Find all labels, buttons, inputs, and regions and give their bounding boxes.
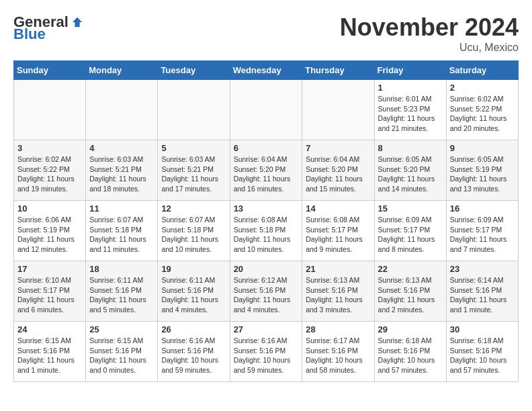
calendar-cell: 11Sunrise: 6:07 AMSunset: 5:18 PMDayligh… <box>86 201 158 261</box>
calendar-cell: 25Sunrise: 6:15 AMSunset: 5:16 PMDayligh… <box>86 322 158 382</box>
calendar-cell: 22Sunrise: 6:13 AMSunset: 5:16 PMDayligh… <box>374 261 446 322</box>
calendar-cell: 1Sunrise: 6:01 AMSunset: 5:23 PMDaylight… <box>374 80 446 140</box>
logo-icon <box>71 16 83 28</box>
calendar-week-row: 17Sunrise: 6:10 AMSunset: 5:17 PMDayligh… <box>14 261 519 322</box>
day-number: 24 <box>17 324 82 334</box>
day-info: Sunrise: 6:04 AMSunset: 5:20 PMDaylight:… <box>234 154 299 194</box>
day-number: 21 <box>306 264 370 274</box>
day-number: 23 <box>450 264 515 274</box>
day-number: 5 <box>161 143 226 153</box>
day-info: Sunrise: 6:09 AMSunset: 5:17 PMDaylight:… <box>378 215 443 255</box>
calendar-cell: 24Sunrise: 6:15 AMSunset: 5:16 PMDayligh… <box>14 322 86 382</box>
calendar-week-row: 24Sunrise: 6:15 AMSunset: 5:16 PMDayligh… <box>14 322 519 382</box>
title-area: November 2024 Ucu, Mexico <box>340 13 519 54</box>
day-number: 13 <box>234 203 299 214</box>
day-number: 1 <box>378 83 443 93</box>
day-number: 6 <box>234 143 299 153</box>
calendar-cell: 28Sunrise: 6:17 AMSunset: 5:16 PMDayligh… <box>302 322 374 382</box>
day-number: 15 <box>378 203 443 214</box>
calendar-cell: 19Sunrise: 6:11 AMSunset: 5:16 PMDayligh… <box>158 261 230 322</box>
logo-blue-text: Blue <box>13 26 46 43</box>
day-info: Sunrise: 6:13 AMSunset: 5:16 PMDaylight:… <box>306 275 370 315</box>
calendar-cell: 26Sunrise: 6:16 AMSunset: 5:16 PMDayligh… <box>158 322 230 382</box>
calendar-header-friday: Friday <box>374 61 446 80</box>
calendar-cell: 10Sunrise: 6:06 AMSunset: 5:19 PMDayligh… <box>14 201 86 261</box>
calendar-header-wednesday: Wednesday <box>230 61 302 80</box>
calendar-header-saturday: Saturday <box>446 61 518 80</box>
day-number: 27 <box>234 324 299 334</box>
day-number: 20 <box>234 264 299 274</box>
day-number: 4 <box>89 143 154 153</box>
calendar-cell <box>14 80 86 140</box>
svg-marker-0 <box>73 17 82 27</box>
day-info: Sunrise: 6:06 AMSunset: 5:19 PMDaylight:… <box>17 215 82 255</box>
calendar-cell: 13Sunrise: 6:08 AMSunset: 5:18 PMDayligh… <box>230 201 302 261</box>
day-number: 30 <box>450 324 515 334</box>
calendar-header-monday: Monday <box>86 61 158 80</box>
calendar-cell: 27Sunrise: 6:16 AMSunset: 5:16 PMDayligh… <box>230 322 302 382</box>
calendar-week-row: 10Sunrise: 6:06 AMSunset: 5:19 PMDayligh… <box>14 201 519 261</box>
calendar-cell: 3Sunrise: 6:02 AMSunset: 5:22 PMDaylight… <box>14 140 86 201</box>
day-info: Sunrise: 6:18 AMSunset: 5:16 PMDaylight:… <box>450 336 515 375</box>
day-number: 9 <box>450 143 515 153</box>
day-number: 16 <box>450 203 515 214</box>
day-info: Sunrise: 6:11 AMSunset: 5:16 PMDaylight:… <box>89 275 154 315</box>
calendar-cell: 23Sunrise: 6:14 AMSunset: 5:16 PMDayligh… <box>446 261 518 322</box>
day-info: Sunrise: 6:10 AMSunset: 5:17 PMDaylight:… <box>17 275 82 315</box>
calendar-cell: 6Sunrise: 6:04 AMSunset: 5:20 PMDaylight… <box>230 140 302 201</box>
day-number: 25 <box>89 324 154 334</box>
day-info: Sunrise: 6:04 AMSunset: 5:20 PMDaylight:… <box>306 154 370 194</box>
day-number: 10 <box>17 203 82 214</box>
day-info: Sunrise: 6:18 AMSunset: 5:16 PMDaylight:… <box>378 336 443 375</box>
day-info: Sunrise: 6:14 AMSunset: 5:16 PMDaylight:… <box>450 275 515 315</box>
day-number: 7 <box>306 143 370 153</box>
calendar-cell: 29Sunrise: 6:18 AMSunset: 5:16 PMDayligh… <box>374 322 446 382</box>
calendar-cell: 15Sunrise: 6:09 AMSunset: 5:17 PMDayligh… <box>374 201 446 261</box>
calendar-cell <box>230 80 302 140</box>
day-info: Sunrise: 6:08 AMSunset: 5:18 PMDaylight:… <box>234 215 299 255</box>
day-number: 17 <box>17 264 82 274</box>
calendar-week-row: 3Sunrise: 6:02 AMSunset: 5:22 PMDaylight… <box>14 140 519 201</box>
day-info: Sunrise: 6:15 AMSunset: 5:16 PMDaylight:… <box>89 336 154 375</box>
calendar-cell: 20Sunrise: 6:12 AMSunset: 5:16 PMDayligh… <box>230 261 302 322</box>
day-number: 11 <box>89 203 154 214</box>
day-info: Sunrise: 6:01 AMSunset: 5:23 PMDaylight:… <box>378 94 443 134</box>
day-info: Sunrise: 6:11 AMSunset: 5:16 PMDaylight:… <box>161 275 226 315</box>
day-info: Sunrise: 6:03 AMSunset: 5:21 PMDaylight:… <box>89 154 154 194</box>
day-info: Sunrise: 6:07 AMSunset: 5:18 PMDaylight:… <box>89 215 154 255</box>
day-number: 28 <box>306 324 370 334</box>
calendar-cell: 12Sunrise: 6:07 AMSunset: 5:18 PMDayligh… <box>158 201 230 261</box>
day-info: Sunrise: 6:09 AMSunset: 5:17 PMDaylight:… <box>450 215 515 255</box>
day-number: 22 <box>378 264 443 274</box>
page-header: General Blue November 2024 Ucu, Mexico <box>13 13 519 54</box>
day-info: Sunrise: 6:02 AMSunset: 5:22 PMDaylight:… <box>17 154 82 194</box>
calendar-cell: 2Sunrise: 6:02 AMSunset: 5:22 PMDaylight… <box>446 80 518 140</box>
calendar-cell: 7Sunrise: 6:04 AMSunset: 5:20 PMDaylight… <box>302 140 374 201</box>
calendar-table: SundayMondayTuesdayWednesdayThursdayFrid… <box>13 60 519 382</box>
calendar-cell: 30Sunrise: 6:18 AMSunset: 5:16 PMDayligh… <box>446 322 518 382</box>
day-number: 18 <box>89 264 154 274</box>
day-info: Sunrise: 6:05 AMSunset: 5:20 PMDaylight:… <box>378 154 443 194</box>
calendar-header-tuesday: Tuesday <box>158 61 230 80</box>
day-info: Sunrise: 6:17 AMSunset: 5:16 PMDaylight:… <box>306 336 370 375</box>
calendar-cell <box>86 80 158 140</box>
calendar-cell: 16Sunrise: 6:09 AMSunset: 5:17 PMDayligh… <box>446 201 518 261</box>
day-number: 2 <box>450 83 515 93</box>
day-info: Sunrise: 6:16 AMSunset: 5:16 PMDaylight:… <box>234 336 299 375</box>
day-info: Sunrise: 6:07 AMSunset: 5:18 PMDaylight:… <box>161 215 226 255</box>
day-info: Sunrise: 6:05 AMSunset: 5:19 PMDaylight:… <box>450 154 515 194</box>
day-number: 19 <box>161 264 226 274</box>
day-info: Sunrise: 6:13 AMSunset: 5:16 PMDaylight:… <box>378 275 443 315</box>
day-number: 3 <box>17 143 82 153</box>
calendar-cell <box>302 80 374 140</box>
calendar-header-sunday: Sunday <box>14 61 86 80</box>
calendar-cell: 14Sunrise: 6:08 AMSunset: 5:17 PMDayligh… <box>302 201 374 261</box>
calendar-cell: 4Sunrise: 6:03 AMSunset: 5:21 PMDaylight… <box>86 140 158 201</box>
day-info: Sunrise: 6:08 AMSunset: 5:17 PMDaylight:… <box>306 215 370 255</box>
calendar-header-row: SundayMondayTuesdayWednesdayThursdayFrid… <box>14 61 519 80</box>
logo: General Blue <box>13 13 83 43</box>
calendar-week-row: 1Sunrise: 6:01 AMSunset: 5:23 PMDaylight… <box>14 80 519 140</box>
month-title: November 2024 <box>340 13 519 42</box>
day-info: Sunrise: 6:03 AMSunset: 5:21 PMDaylight:… <box>161 154 226 194</box>
calendar-cell: 21Sunrise: 6:13 AMSunset: 5:16 PMDayligh… <box>302 261 374 322</box>
